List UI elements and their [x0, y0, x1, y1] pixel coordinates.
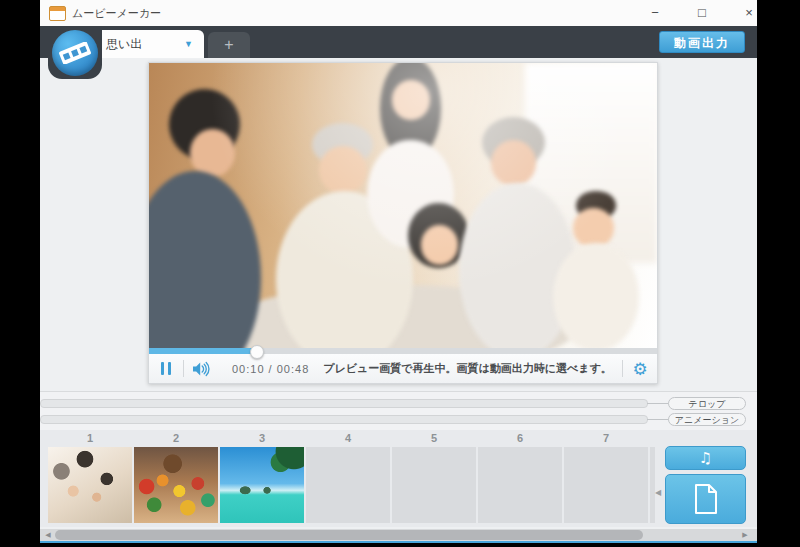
- timeline-slot-6[interactable]: 6: [478, 430, 562, 527]
- slot-7-empty[interactable]: [564, 447, 648, 523]
- slot-4-empty[interactable]: [306, 447, 390, 523]
- settings-gear-icon[interactable]: ⚙: [623, 359, 657, 379]
- app-logo-film-icon: [52, 30, 98, 76]
- timeline-slot-4[interactable]: 4: [306, 430, 390, 527]
- document-icon: [693, 483, 719, 515]
- slot-8-empty[interactable]: [650, 447, 655, 523]
- slot-1-family-photo[interactable]: [48, 447, 132, 523]
- scrollbar-thumb[interactable]: [55, 530, 643, 540]
- playback-status-message: プレビュー画質で再生中。画質は動画出力時に選べます。: [323, 361, 612, 376]
- speaker-icon: [191, 361, 211, 377]
- video-export-button[interactable]: 動画出力: [659, 31, 745, 53]
- title-bar: ムービーメーカー − □ ×: [40, 0, 757, 26]
- playback-controls: 00:10 / 00:48 プレビュー画質で再生中。画質は動画出力時に選べます。…: [149, 354, 657, 383]
- window-bottom-accent: [40, 541, 757, 543]
- seek-bar[interactable]: [149, 348, 657, 354]
- slot-5-empty[interactable]: [392, 447, 476, 523]
- close-button[interactable]: ×: [729, 0, 757, 26]
- timeline-slot-8-partial[interactable]: [650, 430, 655, 527]
- telop-track[interactable]: [40, 399, 648, 408]
- animation-button[interactable]: アニメーション: [668, 413, 746, 426]
- effect-tracks: テロップ アニメーション: [40, 392, 757, 430]
- seek-handle[interactable]: [250, 345, 264, 359]
- app-icon: [49, 6, 66, 21]
- timeline-area: 1 2 3 4 5: [40, 430, 757, 527]
- music-note-icon: ♫: [699, 449, 712, 467]
- screen: ムービーメーカー − □ × + 思い出 ▼ 動画出力: [0, 0, 800, 547]
- slot-2-market-photo[interactable]: [134, 447, 218, 523]
- slot-strip: 1 2 3 4 5: [48, 430, 655, 527]
- telop-button[interactable]: テロップ: [668, 397, 746, 410]
- timeline-scrollbar[interactable]: ◀ ▶: [40, 529, 757, 541]
- project-tab-label: 思い出: [106, 36, 142, 53]
- new-project-tab[interactable]: +: [208, 32, 250, 58]
- timeline-slot-3[interactable]: 3: [220, 430, 304, 527]
- pause-button[interactable]: [149, 354, 183, 383]
- movie-maker-window: ムービーメーカー − □ × + 思い出 ▼ 動画出力: [40, 0, 757, 543]
- add-file-button[interactable]: [665, 474, 746, 524]
- animation-track[interactable]: [40, 415, 648, 424]
- volume-button[interactable]: [184, 354, 218, 383]
- timeline-slot-5[interactable]: 5: [392, 430, 476, 527]
- timeline-slot-2[interactable]: 2: [134, 430, 218, 527]
- timeline-slot-1[interactable]: 1: [48, 430, 132, 527]
- slot-6-empty[interactable]: [478, 447, 562, 523]
- video-player: 00:10 / 00:48 プレビュー画質で再生中。画質は動画出力時に選べます。…: [148, 62, 658, 384]
- music-button[interactable]: ♫: [665, 446, 746, 470]
- video-preview: [149, 63, 657, 348]
- collapse-arrow-icon[interactable]: ◀: [655, 488, 661, 497]
- chevron-down-icon[interactable]: ▼: [184, 39, 193, 49]
- minimize-button[interactable]: −: [635, 0, 675, 26]
- window-title: ムービーメーカー: [72, 6, 161, 21]
- time-display: 00:10 / 00:48: [232, 363, 309, 375]
- project-tab-memories[interactable]: 思い出 ▼: [90, 30, 204, 58]
- scroll-left-icon[interactable]: ◀: [42, 529, 54, 541]
- slot-3-beach-photo[interactable]: [220, 447, 304, 523]
- maximize-button[interactable]: □: [682, 0, 722, 26]
- scroll-right-icon[interactable]: ▶: [739, 529, 751, 541]
- timeline-slot-7[interactable]: 7: [564, 430, 648, 527]
- progress-fill: [149, 348, 256, 354]
